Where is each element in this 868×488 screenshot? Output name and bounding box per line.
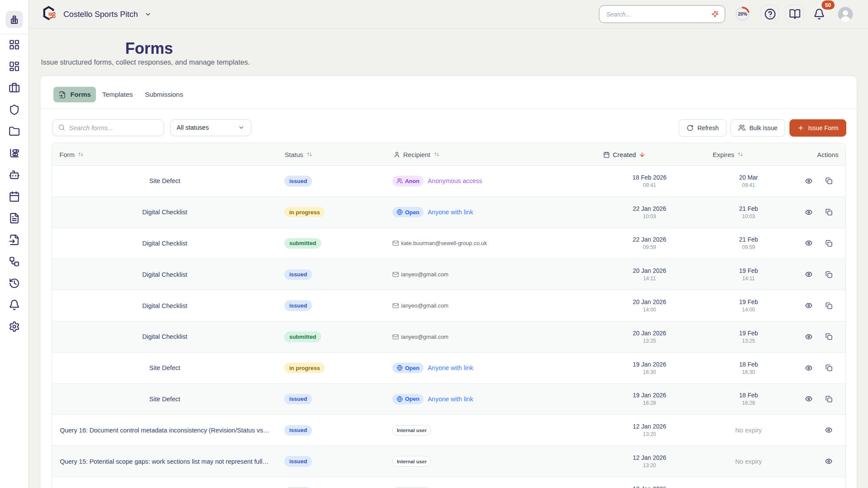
svg-text:20%: 20% — [738, 11, 747, 16]
